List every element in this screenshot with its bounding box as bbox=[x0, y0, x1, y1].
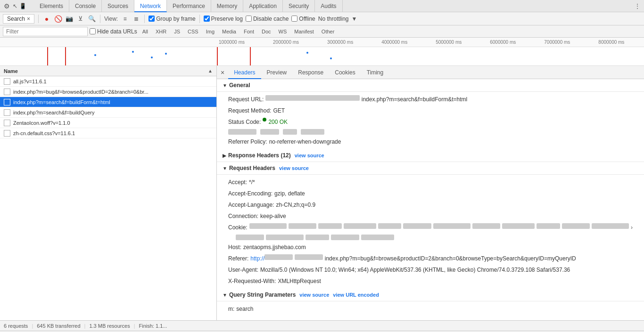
user-agent-value: Mozilla/5.0 (Windows NT 10.0; Win64; x64… bbox=[260, 266, 570, 274]
filter-manifest[interactable]: Manifest bbox=[291, 28, 317, 35]
cookie-key: Cookie: bbox=[228, 223, 248, 232]
tab-preview[interactable]: Preview bbox=[261, 66, 293, 79]
flame-view-icon[interactable]: ≣ bbox=[132, 15, 140, 23]
query-string-title: Query String Parameters bbox=[229, 292, 296, 298]
camera-button[interactable]: 📷 bbox=[65, 15, 74, 23]
hide-data-urls-label[interactable]: Hide data URLs bbox=[90, 28, 137, 35]
filter-js[interactable]: JS bbox=[171, 28, 183, 35]
query-string-section-header[interactable]: ▼ Query String Parameters view source vi… bbox=[217, 289, 644, 301]
item-checkbox bbox=[4, 99, 10, 105]
tab-performance[interactable]: Performance bbox=[167, 0, 211, 12]
cookie2-blurred-2 bbox=[266, 235, 304, 240]
qs-m-value: search bbox=[236, 305, 253, 313]
filter-media[interactable]: Media bbox=[219, 28, 239, 35]
filter-font[interactable]: Font bbox=[240, 28, 257, 35]
response-headers-arrow: ▶ bbox=[223, 153, 226, 158]
filter-types: All XHR JS CSS Img Media Font Doc WS Man… bbox=[139, 28, 338, 35]
request-headers-view-source[interactable]: view source bbox=[279, 165, 309, 171]
tab-cookies[interactable]: Cookies bbox=[329, 66, 361, 79]
item-checkbox bbox=[4, 78, 10, 85]
no-throttling[interactable]: No throttling bbox=[318, 16, 349, 22]
dot-1 bbox=[94, 54, 96, 56]
referrer-policy-key: Referrer Policy: bbox=[228, 138, 267, 146]
filter-ws[interactable]: WS bbox=[275, 28, 290, 35]
referer-row: Referer: http:// index.php?m=bug&f=brows… bbox=[228, 253, 633, 264]
cookie-blurred-5 bbox=[378, 223, 401, 229]
tab-network[interactable]: Network bbox=[134, 0, 167, 12]
main-container: Name ▲ all.js?v=11.6.1 index.php?m=bug&f… bbox=[0, 66, 644, 320]
tab-response[interactable]: Response bbox=[292, 66, 329, 79]
list-item[interactable]: index.php?m=bug&f=browse&productID=2&bra… bbox=[0, 87, 216, 97]
tab-security[interactable]: Security bbox=[283, 0, 315, 12]
tab-memory[interactable]: Memory bbox=[211, 0, 243, 12]
file-name: index.php?m=bug&f=browse&productID=2&bra… bbox=[13, 89, 213, 95]
filter-other[interactable]: Other bbox=[318, 28, 338, 35]
offline-checkbox[interactable] bbox=[291, 16, 297, 22]
tab-application[interactable]: Application bbox=[243, 0, 283, 12]
tab-sources[interactable]: Sources bbox=[102, 0, 134, 12]
list-item[interactable]: ZentaoIcon.woff?v=1.1.0 bbox=[0, 118, 216, 128]
filter-all[interactable]: All bbox=[139, 28, 151, 35]
general-title: General bbox=[229, 82, 250, 89]
list-item[interactable]: zh-cn.default.css?v=11.6.1 bbox=[0, 128, 216, 138]
tab-bar: ⚙ ↖ 📱 Elements Console Sources Network P… bbox=[0, 0, 644, 12]
cookie-blurred-8 bbox=[472, 223, 500, 229]
detail-close-button[interactable]: × bbox=[219, 69, 226, 76]
tab-elements[interactable]: Elements bbox=[34, 0, 69, 12]
accept-language-value: zh-CN,zh;q=0.9 bbox=[276, 201, 315, 209]
general-section-header[interactable]: ▼ General bbox=[217, 79, 644, 92]
tab-audits[interactable]: Audits bbox=[315, 0, 342, 12]
red-line-3 bbox=[217, 47, 218, 66]
query-string-view-source[interactable]: view source bbox=[299, 292, 329, 298]
item-checkbox bbox=[4, 130, 10, 137]
request-headers-section-header[interactable]: ▼ Request Headers view source bbox=[217, 162, 644, 175]
accept-language-key: Accept-Language: bbox=[228, 201, 274, 209]
filter-img[interactable]: Img bbox=[203, 28, 218, 35]
hide-data-urls-checkbox[interactable] bbox=[90, 28, 96, 34]
more-icon[interactable]: ⋮ bbox=[631, 3, 644, 9]
filter-css[interactable]: CSS bbox=[184, 28, 202, 35]
filter-doc[interactable]: Doc bbox=[258, 28, 274, 35]
group-by-frame-label[interactable]: Group by frame bbox=[149, 16, 195, 22]
tab-console[interactable]: Console bbox=[69, 0, 102, 12]
group-by-frame-checkbox[interactable] bbox=[149, 16, 155, 22]
status-code-value: 200 OK bbox=[268, 118, 288, 126]
referer-protocol: http:// bbox=[250, 254, 264, 263]
query-string-view-url-encoded[interactable]: view URL encoded bbox=[333, 292, 379, 298]
tick-5: 5000000 ms bbox=[436, 40, 490, 45]
clear-button[interactable]: 🚫 bbox=[54, 15, 62, 23]
response-headers-view-source[interactable]: view source bbox=[295, 153, 324, 158]
accept-encoding-key: Accept-Encoding: bbox=[228, 189, 272, 198]
status-requests: 6 requests bbox=[4, 323, 28, 329]
preserve-log-checkbox[interactable] bbox=[204, 16, 210, 22]
dot-3 bbox=[151, 57, 153, 58]
response-headers-section-header[interactable]: ▶ Response Headers (12) view source bbox=[217, 149, 644, 162]
request-url-key: Request URL: bbox=[228, 95, 264, 104]
cookie2-blurred-4 bbox=[331, 235, 359, 240]
record-button[interactable]: ● bbox=[42, 15, 51, 23]
list-item[interactable]: all.js?v=11.6.1 bbox=[0, 76, 216, 87]
search-close-icon[interactable]: × bbox=[27, 16, 30, 22]
tab-timing[interactable]: Timing bbox=[361, 66, 389, 79]
list-item-selected[interactable]: index.php?m=search&f=buildForm&t=html bbox=[0, 97, 216, 107]
list-view-icon[interactable]: ≡ bbox=[121, 15, 129, 23]
disable-cache-checkbox[interactable] bbox=[246, 16, 252, 22]
response-headers-title: Response Headers (12) bbox=[228, 152, 291, 159]
tick-1: 1000000 ms bbox=[219, 40, 273, 45]
offline-label[interactable]: Offline bbox=[291, 16, 315, 22]
filter-input[interactable] bbox=[3, 27, 88, 36]
search-button[interactable]: 🔍 bbox=[88, 15, 96, 23]
list-header: Name ▲ bbox=[0, 66, 216, 76]
disable-cache-label[interactable]: Disable cache bbox=[246, 16, 289, 22]
search-tab[interactable]: Search × bbox=[3, 14, 34, 24]
filter-xhr[interactable]: XHR bbox=[152, 28, 170, 35]
filter-button[interactable]: ⊻ bbox=[76, 15, 85, 23]
cookie-blurred-1 bbox=[249, 223, 287, 229]
list-item[interactable]: index.php?m=search&f=buildQuery bbox=[0, 107, 216, 118]
tab-headers[interactable]: Headers bbox=[228, 66, 261, 79]
status-finish: Finish: 1.1... bbox=[139, 323, 167, 329]
throttle-arrow[interactable]: ▼ bbox=[351, 16, 357, 22]
status-resources: 1.3 MB resources bbox=[89, 323, 130, 329]
referrer-policy-value: no-referrer-when-downgrade bbox=[269, 138, 341, 146]
preserve-log-label[interactable]: Preserve log bbox=[204, 16, 243, 22]
